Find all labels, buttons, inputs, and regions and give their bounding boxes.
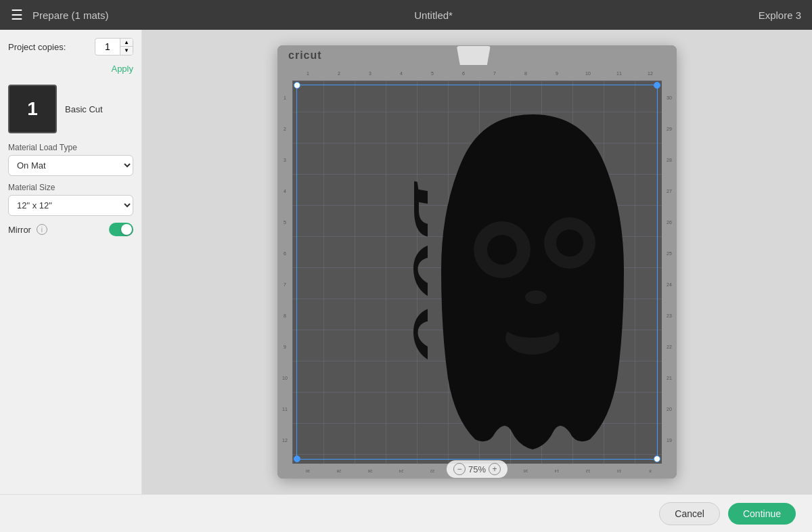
main-layout: Project copies: 1 ▲ ▼ Apply 1 Basic Cut … <box>0 30 812 494</box>
material-size-select[interactable]: 12" x 12" 12" x 24" <box>8 195 133 216</box>
svg-point-5 <box>525 290 547 304</box>
menu-icon[interactable]: ☰ <box>11 7 23 23</box>
boo-svg: BOO <box>306 94 428 378</box>
y-ruler-right: 30 29 28 27 26 25 24 23 22 21 20 19 <box>662 66 677 479</box>
project-copies-row: Project copies: 1 ▲ ▼ <box>8 38 133 56</box>
x-ruler-top: 1 2 3 4 5 6 7 8 9 10 11 12 <box>292 66 662 81</box>
canvas-area: cricut 1 2 3 4 5 6 7 8 9 10 <box>142 30 812 494</box>
ghost-shape <box>428 94 637 453</box>
mirror-row: Mirror i <box>8 223 133 236</box>
cricut-logo: cricut <box>288 49 322 62</box>
mat-thumbnail: 1 <box>8 85 57 133</box>
mirror-toggle[interactable] <box>109 223 133 236</box>
mat-label: Basic Cut <box>65 104 103 114</box>
mirror-info-icon[interactable]: i <box>37 224 47 235</box>
mat-handle <box>457 46 491 65</box>
zoom-label: 75% <box>468 464 486 474</box>
cancel-button[interactable]: Cancel <box>659 502 720 525</box>
zoom-in-button[interactable]: + <box>489 463 501 475</box>
sidebar: Project copies: 1 ▲ ▼ Apply 1 Basic Cut … <box>0 30 142 494</box>
zoom-out-button[interactable]: − <box>453 463 466 475</box>
copies-up-button[interactable]: ▲ <box>120 39 133 47</box>
copies-down-button[interactable]: ▼ <box>120 47 133 55</box>
mat-canvas: cricut 1 2 3 4 5 6 7 8 9 10 <box>277 45 677 479</box>
bottom-bar: Cancel Continue <box>0 494 812 532</box>
continue-button[interactable]: Continue <box>728 503 796 525</box>
apply-button[interactable]: Apply <box>111 62 133 75</box>
center-grid: 1 2 3 4 5 6 7 8 9 10 11 12 <box>292 66 662 479</box>
zoom-control: − 75% + <box>447 460 508 478</box>
toggle-knob <box>121 224 132 235</box>
handle-br[interactable] <box>654 456 660 462</box>
material-size-label: Material Size <box>8 183 133 192</box>
mat-header: cricut <box>277 45 677 66</box>
copies-input[interactable]: 1 <box>95 40 120 53</box>
grid-with-rulers: 1 2 3 4 5 6 7 8 9 10 11 12 1 <box>277 66 677 479</box>
material-load-label: Material Load Type <box>8 143 133 152</box>
material-load-select[interactable]: On Mat Without Mat <box>8 155 133 176</box>
handle-tr[interactable] <box>654 82 660 89</box>
y-ruler-left: 1 2 3 4 5 6 7 8 9 10 11 12 <box>277 66 292 479</box>
svg-text:BOO: BOO <box>395 181 428 368</box>
grid-content: BOO <box>292 81 662 464</box>
prepare-title: Prepare (1 mats) <box>32 9 109 21</box>
material-load-section: Material Load Type On Mat Without Mat <box>8 143 133 176</box>
handle-bl[interactable] <box>294 456 300 462</box>
mirror-label: Mirror <box>8 225 31 235</box>
project-copies-label: Project copies: <box>8 42 66 52</box>
copies-arrows: ▲ ▼ <box>120 39 133 55</box>
copies-control[interactable]: 1 ▲ ▼ <box>95 38 133 56</box>
svg-point-2 <box>487 235 517 265</box>
material-size-section: Material Size 12" x 12" 12" x 24" <box>8 183 133 216</box>
boo-text-container: BOO <box>306 94 441 392</box>
doc-title: Untitled* <box>109 9 759 21</box>
mat-number: 1 <box>27 98 38 120</box>
topbar: ☰ Prepare (1 mats) Untitled* Explore 3 <box>0 0 812 30</box>
handle-tl[interactable] <box>294 82 300 89</box>
machine-label: Explore 3 <box>759 9 801 21</box>
svg-point-4 <box>556 229 583 257</box>
svg-point-7 <box>505 317 560 338</box>
mat-preview: 1 Basic Cut <box>8 82 133 136</box>
